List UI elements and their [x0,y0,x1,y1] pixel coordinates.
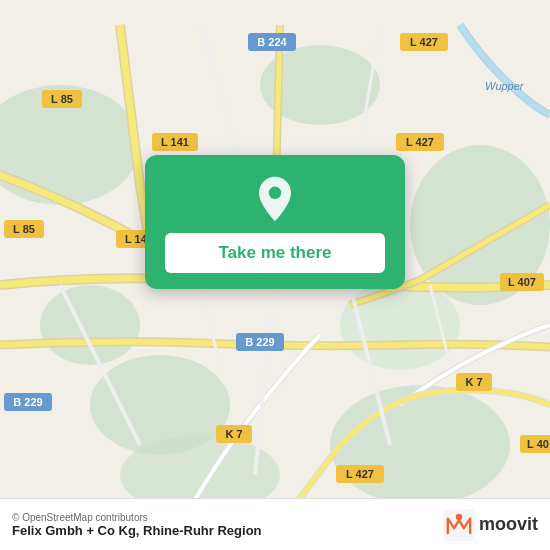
svg-text:L 141: L 141 [161,136,189,148]
svg-text:L 40: L 40 [527,438,549,450]
place-name: Felix Gmbh + Co Kg, Rhine-Ruhr Region [12,523,262,538]
svg-text:L 85: L 85 [13,223,35,235]
map-container: B 224 L 427 L 85 L 85 L 141 L 141 L 427 … [0,0,550,550]
button-card: Take me there [145,155,405,289]
svg-text:B 224: B 224 [257,36,287,48]
svg-text:L 427: L 427 [346,468,374,480]
svg-text:K 7: K 7 [465,376,482,388]
moovit-brand-icon [443,509,475,541]
svg-point-2 [330,385,510,505]
info-bar-left: © OpenStreetMap contributors Felix Gmbh … [12,512,262,538]
svg-text:L 427: L 427 [406,136,434,148]
location-pin-icon [251,175,299,223]
svg-text:B 229: B 229 [245,336,274,348]
svg-point-5 [40,285,140,365]
svg-text:L 427: L 427 [410,36,438,48]
copyright-text: © OpenStreetMap contributors [12,512,262,523]
take-me-there-button[interactable]: Take me there [165,233,385,273]
svg-text:K 7: K 7 [225,428,242,440]
svg-text:L 407: L 407 [508,276,536,288]
svg-text:L 85: L 85 [51,93,73,105]
svg-point-37 [269,187,281,199]
moovit-text: moovit [479,514,538,535]
svg-point-39 [456,513,462,519]
moovit-logo: moovit [443,509,538,541]
info-bar: © OpenStreetMap contributors Felix Gmbh … [0,498,550,550]
svg-text:B 229: B 229 [13,396,42,408]
svg-text:Wupper: Wupper [485,80,525,92]
